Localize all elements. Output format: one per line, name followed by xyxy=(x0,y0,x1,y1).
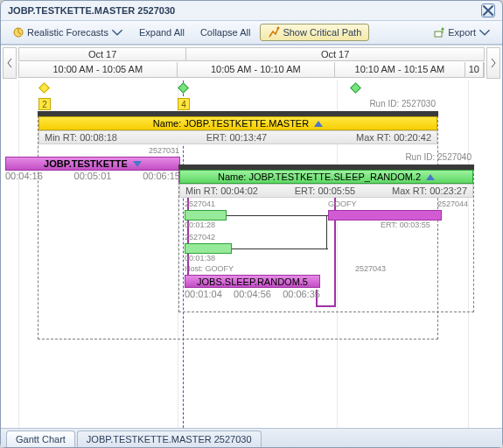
chevron-down-icon xyxy=(479,26,491,38)
t-label: 00:04:56 xyxy=(234,289,271,299)
task-id-label: 2527041 xyxy=(185,200,215,208)
svg-rect-2 xyxy=(435,32,442,37)
sleep-group: Run ID: 2527040 Name: JOBP.TESTKETTE.SLE… xyxy=(178,169,474,312)
task-d-bar[interactable]: JOBS.SLEEP.RANDOM.5 xyxy=(185,275,320,288)
task-c-bar[interactable] xyxy=(328,210,442,220)
gantt-plot: 2 4 Run ID: 2527030 Name: JOBP.TESTKETTE… xyxy=(1,80,502,428)
app-window: JOBP.TESTKETTE.MASTER 2527030 Realistic … xyxy=(0,0,503,448)
ert-label: ERT: 00:05:55 xyxy=(295,186,356,196)
sleep-name-bar[interactable]: Name: JOBP.TESTKETTE.SLEEP_RANDOM.2 xyxy=(179,170,473,184)
marker-icon xyxy=(178,82,189,94)
run-id-label: Run ID: 2527030 xyxy=(369,99,436,108)
max-rt-label: Max RT: 00:23:27 xyxy=(392,186,467,196)
task-a-bar[interactable] xyxy=(185,210,227,220)
marker-label: 2 xyxy=(38,98,51,110)
run-id-label: Run ID: 2527040 xyxy=(405,152,472,162)
tab-detail[interactable]: JOBP.TESTKETTE.MASTER 2527030 xyxy=(77,430,262,447)
gantt-chart[interactable]: Oct 17 Oct 17 10:00 AM - 10:05 AM 10:05 … xyxy=(1,45,502,428)
tab-label: Gantt Chart xyxy=(16,434,66,444)
t-label: 00:05:01 xyxy=(74,171,112,181)
timeline-scroll-left[interactable] xyxy=(3,47,17,79)
master-group: Run ID: 2527030 Name: JOBP.TESTKETTE.MAS… xyxy=(38,116,438,340)
task-ert-label: ERT: 00:03:55 xyxy=(381,220,430,229)
task-host-label: Host: GOOFY xyxy=(185,264,234,273)
tab-gantt-chart[interactable]: Gantt Chart xyxy=(6,430,75,447)
task-dur-label: 00:01:38 xyxy=(185,254,215,262)
task-d-times: 00:01:04 00:04:56 00:06:35 xyxy=(185,289,320,299)
date-cell: Oct 17 xyxy=(186,48,484,60)
critical-path-icon xyxy=(268,26,280,38)
tab-label: JOBP.TESTKETTE.MASTER 2527030 xyxy=(87,434,252,444)
collapse-all-label: Collapse All xyxy=(200,27,250,38)
close-button[interactable] xyxy=(481,4,495,18)
collapse-icon[interactable] xyxy=(426,174,435,180)
show-critical-path-toggle[interactable]: Show Critical Path xyxy=(260,24,369,41)
task-id-label: 2527043 xyxy=(355,264,386,273)
export-label: Export xyxy=(448,27,476,38)
window-title: JOBP.TESTKETTE.MASTER 2527030 xyxy=(8,5,175,16)
t-label: 00:04:16 xyxy=(5,171,43,181)
gridline xyxy=(18,80,19,428)
testkette-bar[interactable]: JOBP.TESTKETTE xyxy=(5,157,180,171)
date-cell: Oct 17 xyxy=(19,48,186,60)
task-host-label: GOOFY xyxy=(328,200,357,208)
forecasts-dropdown[interactable]: Realistic Forecasts xyxy=(6,24,129,41)
time-cell: 10:00 AM - 10:05 AM xyxy=(19,62,178,77)
export-dropdown[interactable]: Export xyxy=(427,24,497,41)
tab-strip: Gantt Chart JOBP.TESTKETTE.MASTER 252703… xyxy=(1,428,502,447)
task-b-bar[interactable] xyxy=(185,243,232,254)
bar-label: Name: JOBP.TESTKETTE.SLEEP_RANDOM.2 xyxy=(218,172,421,182)
task-id-label: 2527044 xyxy=(437,200,468,208)
critical-label: Show Critical Path xyxy=(283,27,361,38)
marker-label: 4 xyxy=(178,98,190,110)
time-cell: 10 xyxy=(465,62,484,77)
time-cell: 10:10 AM - 10:15 AM xyxy=(335,62,465,77)
ert-label: ERT: 00:13:47 xyxy=(206,132,268,143)
master-stats-bar: Min RT: 00:08:18 ERT: 00:13:47 Max RT: 0… xyxy=(38,130,437,144)
time-cell: 10:05 AM - 10:10 AM xyxy=(178,62,336,77)
timeline-time-row: 10:00 AM - 10:05 AM 10:05 AM - 10:10 AM … xyxy=(18,62,485,78)
forecast-icon xyxy=(12,26,24,38)
timeline-date-row: Oct 17 Oct 17 xyxy=(18,47,485,61)
testkette-times: 00:04:16 00:05:01 00:06:15 xyxy=(5,171,180,181)
toolbar: Realistic Forecasts Expand All Collapse … xyxy=(1,20,502,45)
collapse-icon[interactable] xyxy=(314,121,323,127)
dep-link xyxy=(227,215,328,216)
collapse-all-button[interactable]: Collapse All xyxy=(194,24,256,40)
t-label: 00:01:04 xyxy=(185,289,222,299)
t-label: 00:06:35 xyxy=(283,289,320,299)
min-rt-label: Min RT: 00:08:18 xyxy=(45,132,117,143)
marker-icon xyxy=(38,82,50,94)
task-id-label: 2527042 xyxy=(185,233,215,242)
sleep-stats-bar: Min RT: 00:04:02 ERT: 00:05:55 Max RT: 0… xyxy=(179,184,473,198)
dep-link xyxy=(326,215,327,248)
t-label: 00:06:15 xyxy=(143,171,180,181)
expand-all-label: Expand All xyxy=(139,27,185,38)
task-id-label: 2527031 xyxy=(149,146,179,155)
forecasts-label: Realistic Forecasts xyxy=(27,27,108,38)
task-dur-label: 00:01:28 xyxy=(185,220,215,229)
marker-icon xyxy=(350,82,361,94)
master-name-bar[interactable]: Name: JOBP.TESTKETTE.MASTER xyxy=(38,116,437,130)
bar-label: JOBP.TESTKETTE xyxy=(44,158,128,169)
expand-icon[interactable] xyxy=(133,161,142,167)
export-icon xyxy=(433,26,445,38)
max-rt-label: Max RT: 00:20:42 xyxy=(356,132,431,143)
dep-link xyxy=(232,248,328,249)
chevron-down-icon xyxy=(111,26,123,38)
expand-all-button[interactable]: Expand All xyxy=(133,24,191,40)
bar-label: Name: JOBP.TESTKETTE.MASTER xyxy=(153,118,309,129)
min-rt-label: Min RT: 00:04:02 xyxy=(185,186,258,196)
title-bar: JOBP.TESTKETTE.MASTER 2527030 xyxy=(1,1,502,20)
timeline-scroll-right[interactable] xyxy=(486,47,500,79)
bar-label: JOBS.SLEEP.RANDOM.5 xyxy=(197,276,308,287)
close-icon xyxy=(482,4,494,17)
svg-point-1 xyxy=(277,27,280,30)
